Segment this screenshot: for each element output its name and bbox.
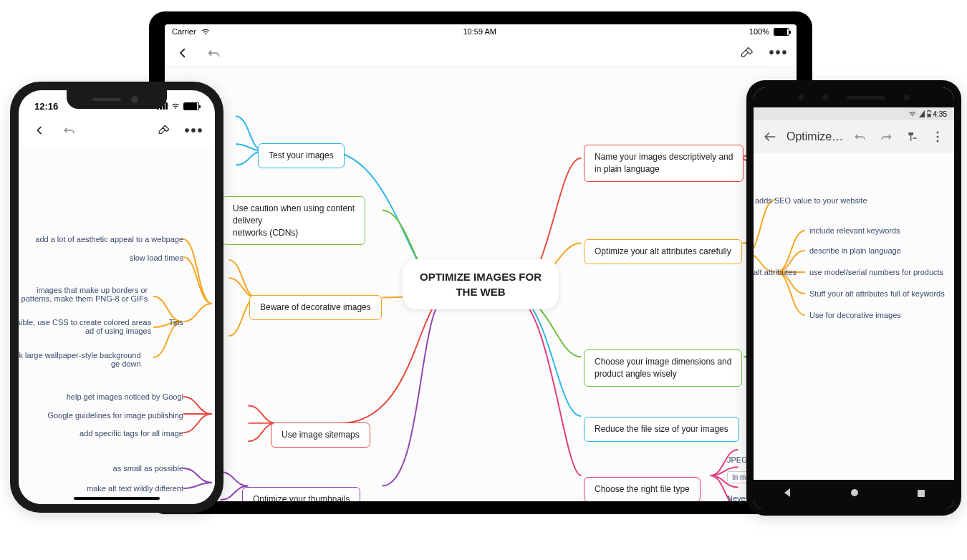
svg-rect-1 bbox=[928, 110, 930, 111]
android-toolbar: Optimize… bbox=[754, 120, 954, 153]
node-name-images[interactable]: Name your images descriptively and in pl… bbox=[584, 145, 744, 182]
iphone-screen: 12:16 ••• add a lot bbox=[19, 90, 215, 504]
node-dimensions[interactable]: Choose your image dimensions and product… bbox=[584, 349, 742, 387]
node-cdn[interactable]: Use caution when using content delivery … bbox=[222, 196, 365, 245]
format-button[interactable] bbox=[904, 129, 920, 145]
signal-icon bbox=[919, 110, 925, 117]
iphone-notch bbox=[67, 90, 167, 109]
back-button[interactable] bbox=[175, 45, 191, 61]
more-button[interactable]: ••• bbox=[771, 45, 786, 61]
android-canvas[interactable]: adds SEO value to your website alt attri… bbox=[754, 153, 954, 480]
iphone-frame: 12:16 ••• add a lot bbox=[10, 82, 223, 513]
leaf: images that make up borders or le patter… bbox=[19, 286, 148, 303]
nav-recent-button[interactable] bbox=[917, 488, 925, 501]
undo-button[interactable] bbox=[206, 45, 222, 61]
leaf: adds SEO value to your website bbox=[755, 196, 867, 205]
undo-button[interactable] bbox=[62, 122, 77, 138]
undo-button[interactable] bbox=[852, 129, 868, 145]
style-button[interactable] bbox=[156, 122, 172, 138]
carrier-label: Carrier bbox=[172, 27, 196, 36]
svg-point-5 bbox=[937, 140, 939, 143]
wifi-icon bbox=[201, 28, 211, 35]
android-frame: 4:35 Optimize… adds SEO value to your we… bbox=[746, 80, 961, 516]
leaf: ssible, use CSS to create colored areas … bbox=[19, 318, 151, 335]
android-sensors bbox=[754, 87, 954, 107]
node-test-images[interactable]: Test your images bbox=[258, 143, 345, 168]
mindmap-center[interactable]: OPTIMIZE IMAGES FOR THE WEB bbox=[403, 259, 559, 309]
battery-icon bbox=[183, 102, 199, 110]
node-filesize[interactable]: Reduce the file size of your images bbox=[584, 417, 739, 442]
node-decorative[interactable]: Beware of decorative images bbox=[249, 295, 382, 320]
nav-back-button[interactable] bbox=[782, 488, 792, 501]
mindmap-canvas[interactable]: OPTIMIZE IMAGES FOR THE WEB Name your im… bbox=[165, 67, 797, 501]
tablet-toolbar: ••• bbox=[165, 39, 797, 67]
tablet-status-bar: Carrier 10:59 AM 100% bbox=[165, 24, 797, 39]
clock-label: 12:16 bbox=[34, 101, 58, 112]
tablet-frame: Carrier 10:59 AM 100% ••• bbox=[149, 11, 812, 514]
leaf: ink large wallpaper-style background ge … bbox=[19, 351, 141, 368]
home-indicator[interactable] bbox=[74, 497, 160, 500]
nav-home-button[interactable] bbox=[850, 488, 860, 501]
style-button[interactable] bbox=[739, 45, 755, 61]
leaf: Google guidelines for image publishing bbox=[47, 411, 183, 420]
leaf: Tips bbox=[169, 318, 183, 327]
wifi-icon bbox=[170, 102, 181, 110]
node-thumbnails[interactable]: Optimize your thumbnails bbox=[242, 487, 360, 501]
more-button[interactable]: ••• bbox=[186, 122, 202, 138]
android-status-bar: 4:35 bbox=[754, 107, 954, 120]
leaf: Use for decorative images bbox=[809, 311, 901, 319]
iphone-canvas[interactable]: add a lot of aesthetic appeal to a webpa… bbox=[19, 146, 215, 504]
node-sitemaps[interactable]: Use image sitemaps bbox=[271, 423, 370, 448]
battery-icon bbox=[927, 110, 931, 117]
leaf: add a lot of aesthetic appeal to a webpa… bbox=[35, 235, 183, 243]
iphone-toolbar: ••• bbox=[19, 115, 215, 146]
clock-label: 10:59 AM bbox=[463, 27, 496, 36]
leaf: help get images noticed by Googl bbox=[67, 392, 183, 401]
leaf: make alt text wildly different bbox=[87, 484, 183, 493]
leaf: include relevant keywords bbox=[809, 226, 900, 235]
node-filetype[interactable]: Choose the right file type bbox=[584, 477, 701, 501]
toolbar-title: Optimize… bbox=[786, 130, 844, 143]
leaf: use model/serial numbers for products bbox=[809, 268, 943, 276]
leaf: alt attributes bbox=[754, 268, 797, 276]
svg-rect-2 bbox=[928, 114, 930, 117]
back-button[interactable] bbox=[32, 122, 47, 138]
svg-rect-7 bbox=[918, 490, 925, 497]
leaf: slow load times bbox=[130, 254, 183, 262]
leaf: Stuff your alt attributes full of keywor… bbox=[809, 289, 945, 298]
battery-label: 100% bbox=[749, 27, 769, 36]
svg-point-3 bbox=[937, 132, 939, 134]
leaf: add specific tags for all image bbox=[80, 429, 183, 438]
battery-icon bbox=[774, 28, 789, 36]
back-button[interactable] bbox=[762, 129, 778, 145]
svg-point-6 bbox=[851, 489, 858, 496]
tablet-screen: Carrier 10:59 AM 100% ••• bbox=[165, 24, 797, 501]
clock-label: 4:35 bbox=[933, 110, 947, 118]
more-button[interactable] bbox=[930, 129, 946, 145]
leaf: describe in plain language bbox=[809, 246, 901, 255]
android-screen: 4:35 Optimize… adds SEO value to your we… bbox=[754, 87, 954, 508]
android-nav-bar bbox=[754, 480, 954, 508]
redo-button[interactable] bbox=[878, 129, 894, 145]
leaf: as small as possible bbox=[113, 464, 183, 473]
node-alt-attributes[interactable]: Optimize your alt attributes carefully bbox=[584, 239, 742, 264]
wifi-icon bbox=[908, 110, 917, 117]
svg-point-4 bbox=[937, 136, 939, 138]
